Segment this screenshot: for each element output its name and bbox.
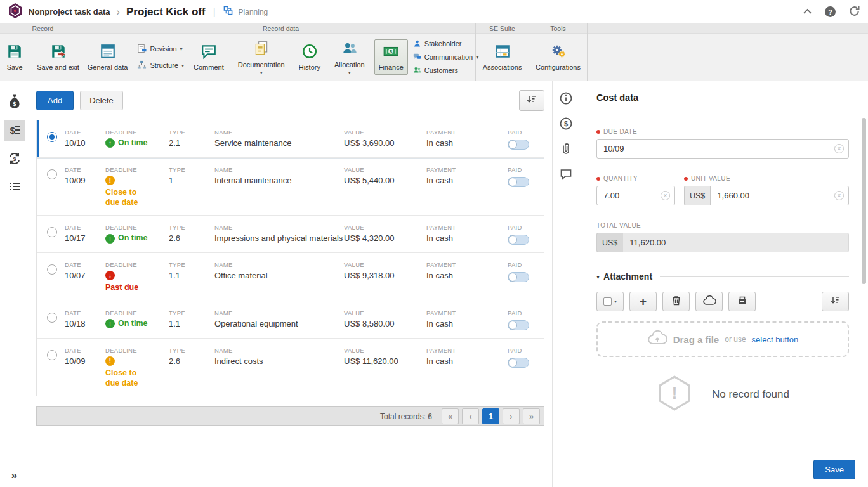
add-attachment-button[interactable]: + xyxy=(629,292,657,311)
add-button[interactable]: Add xyxy=(36,91,74,110)
paid-toggle[interactable] xyxy=(508,320,529,330)
column-label: NAME xyxy=(214,129,344,136)
general-data-button[interactable]: General data xyxy=(83,39,133,75)
row-value: US$ 8,580.00 xyxy=(344,319,426,328)
documentation-button[interactable]: Documentation ▾ xyxy=(233,36,289,77)
refresh-button[interactable] xyxy=(848,5,860,19)
comment-button[interactable]: Comment xyxy=(189,39,228,75)
tab-cost-data[interactable] xyxy=(559,91,573,107)
unit-value-input[interactable] xyxy=(710,186,849,205)
double-chevron-right-icon: » xyxy=(11,469,17,481)
customers-button[interactable]: Customers xyxy=(413,66,458,75)
save-and-exit-button[interactable]: Save and exit xyxy=(32,39,84,75)
history-button[interactable]: History xyxy=(294,39,325,75)
breadcrumb[interactable]: Nonproject task data xyxy=(29,7,110,16)
row-select-radio[interactable] xyxy=(47,169,57,179)
app-logo-icon xyxy=(8,3,23,22)
section-divider xyxy=(660,276,849,277)
row-name: Service maintenance xyxy=(214,138,344,148)
table-row[interactable]: DATE10/07 DEADLINE ↓ Past due TYPE1.1 NA… xyxy=(37,253,544,301)
pagination-next-button[interactable]: › xyxy=(503,408,520,424)
customers-icon xyxy=(413,66,421,75)
paid-toggle[interactable] xyxy=(508,235,529,245)
paid-toggle[interactable] xyxy=(508,358,529,368)
communication-icon xyxy=(413,53,421,62)
pagination-first-button[interactable]: « xyxy=(442,408,459,424)
communication-button[interactable]: Communication ▾ xyxy=(413,53,478,62)
sidebar-item-revenues[interactable]: $ xyxy=(4,148,25,170)
collapse-header-button[interactable] xyxy=(803,7,812,16)
sidebar-item-summary[interactable] xyxy=(4,177,25,198)
chevron-right-icon: › xyxy=(117,6,120,18)
delete-attachment-button[interactable] xyxy=(662,292,690,311)
configurations-button[interactable]: Configurations xyxy=(531,39,585,75)
pagination-page-button[interactable]: 1 xyxy=(482,408,499,424)
table-row[interactable]: DATE10/10 DEADLINE ↑ On time TYPE2.1 NAM… xyxy=(37,120,544,158)
clear-icon[interactable]: × xyxy=(661,191,670,200)
column-label: DEADLINE xyxy=(105,261,169,268)
paid-toggle[interactable] xyxy=(508,140,529,150)
row-payment: In cash xyxy=(426,356,508,366)
sidebar-item-costs[interactable]: $ xyxy=(4,120,25,141)
expand-sidebar-button[interactable]: » xyxy=(0,469,29,482)
save-button[interactable]: Save xyxy=(2,39,27,75)
table-row[interactable]: DATE10/09 DEADLINE ! Close to due date T… xyxy=(37,339,544,396)
row-select-radio[interactable] xyxy=(47,227,57,237)
row-select-radio[interactable] xyxy=(47,132,57,142)
tab-attachment[interactable] xyxy=(559,142,573,158)
cloud-upload-button[interactable] xyxy=(695,292,723,311)
stakeholder-button[interactable]: Stakeholder xyxy=(413,39,462,49)
row-deadline: ! Close to due date xyxy=(105,176,169,207)
row-select-radio[interactable] xyxy=(47,350,57,360)
column-label: DATE xyxy=(65,261,105,268)
column-label: PAYMENT xyxy=(426,261,508,268)
quantity-field-group: QUANTITY × xyxy=(596,175,675,205)
table-row[interactable]: DATE10/18 DEADLINE ↑ On time TYPE1.1 NAM… xyxy=(37,301,544,339)
sort-button[interactable] xyxy=(519,90,544,111)
structure-button[interactable]: Structure ▾ xyxy=(137,60,184,71)
dropzone-secondary-text: or use xyxy=(725,335,746,344)
row-select-radio[interactable] xyxy=(47,313,57,323)
scrollbar[interactable] xyxy=(862,85,866,483)
save-detail-button[interactable]: Save xyxy=(813,460,855,479)
column-label: DATE xyxy=(65,166,105,173)
main-area: $ $ $ » xyxy=(0,81,868,487)
help-button[interactable]: ? xyxy=(825,6,836,17)
ribbon-stack: Stakeholder Communication ▾ Customers xyxy=(413,39,478,75)
scanner-button[interactable] xyxy=(728,292,756,311)
delete-button[interactable]: Delete xyxy=(80,91,123,110)
associations-button[interactable]: Associations xyxy=(478,39,527,75)
due-date-input[interactable] xyxy=(596,139,849,159)
paid-toggle[interactable] xyxy=(508,272,529,282)
chevron-down-icon: ▾ xyxy=(596,273,600,280)
select-all-dropdown-button[interactable]: ▾ xyxy=(596,292,624,311)
attachment-sort-button[interactable] xyxy=(822,292,849,311)
scrollbar-thumb[interactable] xyxy=(862,118,866,284)
select-file-link[interactable]: select button xyxy=(752,335,799,344)
svg-text:$: $ xyxy=(10,124,15,135)
attachment-section-header[interactable]: ▾ Attachment xyxy=(596,271,849,282)
tab-comment[interactable] xyxy=(559,167,573,183)
sidebar-item-budget[interactable]: $ xyxy=(4,91,25,113)
table-row[interactable]: DATE10/09 DEADLINE ! Close to due date T… xyxy=(37,158,544,216)
empty-state-text: No record found xyxy=(712,388,789,401)
configurations-icon xyxy=(550,43,567,61)
pagination-prev-button[interactable]: ‹ xyxy=(462,408,479,424)
svg-text:$: $ xyxy=(563,120,567,127)
ribbon-group-record-data: Record data General data Revision ▾ xyxy=(86,23,476,81)
chevron-down-icon: ▾ xyxy=(181,63,184,68)
plus-icon: + xyxy=(640,295,647,308)
clear-icon[interactable]: × xyxy=(834,191,844,200)
allocation-button[interactable]: Allocation ▾ xyxy=(330,36,369,77)
file-dropzone[interactable]: Drag a file or use select button xyxy=(596,321,849,357)
paid-toggle[interactable] xyxy=(508,177,529,187)
table-row[interactable]: DATE10/17 DEADLINE ↑ On time TYPE2.6 NAM… xyxy=(37,216,544,253)
column-label: DEADLINE xyxy=(105,309,169,316)
clear-icon[interactable]: × xyxy=(834,144,844,153)
pagination-last-button[interactable]: » xyxy=(523,408,540,424)
revision-button[interactable]: Revision ▾ xyxy=(137,44,182,55)
finance-button[interactable]: $ Finance xyxy=(374,39,408,75)
row-select-radio[interactable] xyxy=(47,264,57,275)
tab-payment[interactable]: $ xyxy=(559,117,573,133)
column-label: TYPE xyxy=(169,224,214,231)
